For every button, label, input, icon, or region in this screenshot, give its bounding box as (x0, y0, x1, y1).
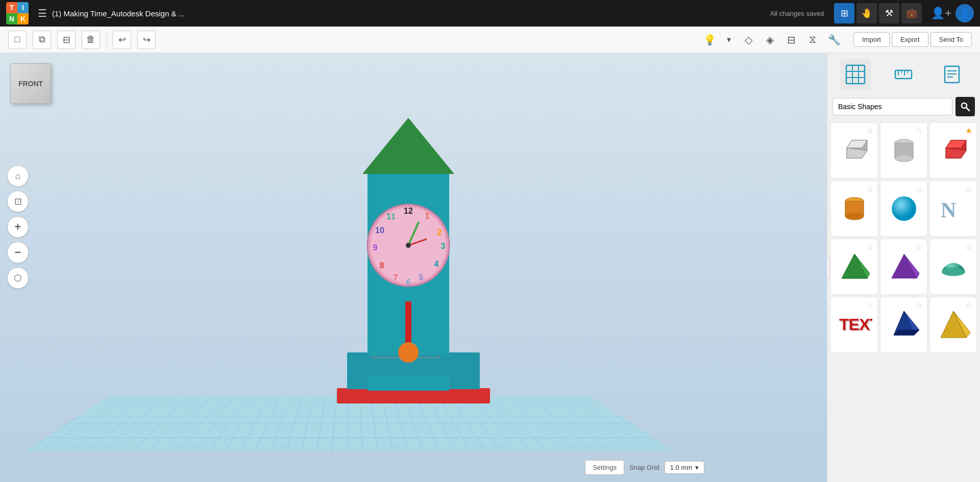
align-button[interactable]: ⊟ (782, 31, 800, 49)
view-cube-container: FRONT (10, 63, 51, 104)
svg-text:9: 9 (373, 243, 378, 252)
briefcase-button[interactable]: 💼 (901, 3, 922, 23)
toolbar-separator (106, 33, 107, 47)
star-icon-cylinder[interactable]: ☆ (916, 126, 923, 136)
notes-tab-button[interactable] (937, 59, 967, 90)
send-to-button[interactable]: Send To (930, 32, 972, 47)
svg-text:TEXT: TEXT (840, 316, 872, 335)
star-icon-pyramid-purple[interactable]: ☆ (916, 242, 923, 252)
svg-line-41 (966, 108, 969, 111)
svg-text:4: 4 (434, 260, 439, 268)
save-status: All changes saved (770, 10, 824, 17)
shape-cell-prism-blue[interactable]: ☆ (880, 297, 927, 353)
svg-point-22 (406, 243, 411, 248)
import-button[interactable]: Import (853, 32, 890, 47)
topbar-action-icons: ⊞ 🤚 ⚒ 💼 (834, 3, 922, 23)
view-cube[interactable]: FRONT (10, 63, 51, 104)
logo-k: K (17, 13, 29, 24)
3d-viewport: FRONT ⌂ ⊡ + − ⬡ (0, 53, 827, 482)
zoom-in-button[interactable]: + (7, 216, 29, 238)
canvas-area[interactable]: FRONT ⌂ ⊡ + − ⬡ (0, 53, 827, 482)
star-icon-half-sphere[interactable]: ☆ (965, 242, 972, 252)
document-icon: ☰ (38, 7, 47, 19)
tinkercad-logo[interactable]: T I N K (6, 2, 29, 24)
light-button[interactable]: 💡 (700, 31, 719, 49)
star-icon-pyramid-green[interactable]: ☆ (866, 242, 873, 252)
shape-cell-box-red[interactable]: ★ (929, 122, 977, 179)
grid-view-button[interactable]: ⊞ (834, 3, 854, 23)
svg-text:8: 8 (380, 261, 384, 270)
main-area: FRONT ⌂ ⊡ + − ⬡ (0, 53, 980, 482)
shape-search-row: Basic Shapes (827, 94, 980, 119)
user-avatar[interactable]: 👤 (955, 4, 974, 22)
home-view-button[interactable]: ⌂ (7, 165, 29, 187)
logo-t: T (6, 2, 17, 13)
fit-view-button[interactable]: ⊡ (7, 191, 29, 212)
snap-dropdown-arrow: ▾ (695, 464, 699, 471)
shape-cell-sphere[interactable]: ☆ (880, 181, 927, 237)
editing-toolbar: □ ⧉ ⊟ 🗑 ↩ ↪ 💡 ▾ ◇ ◈ ⊟ ⧖ 🔧 Import Export … (0, 27, 980, 53)
star-icon-text-red[interactable]: ☆ (866, 300, 873, 310)
search-button[interactable] (955, 97, 975, 116)
import-export-area: Import Export Send To (853, 32, 972, 47)
export-button[interactable]: Export (892, 32, 928, 47)
star-icon-pyramid-yellow[interactable]: ☆ (965, 300, 972, 310)
mirror-button[interactable]: ⊟ (57, 31, 76, 49)
shape-cell-pyramid-yellow[interactable]: ☆ (929, 297, 977, 353)
duplicate-button[interactable]: ⧉ (33, 31, 51, 49)
light-dropdown[interactable]: ▾ (722, 31, 736, 49)
svg-point-55 (845, 213, 864, 220)
snap-grid-label: Snap Grid (629, 464, 659, 471)
shape-cell-box[interactable]: ☆ (830, 122, 878, 179)
shape-cell-cylinder[interactable]: ☆ (880, 122, 927, 179)
hand-tool-button[interactable]: 🤚 (856, 3, 877, 23)
shape-cell-half-sphere[interactable]: ☆ (929, 239, 977, 295)
shape-category-select[interactable]: Basic Shapes (832, 98, 952, 115)
svg-text:10: 10 (375, 226, 384, 235)
logo-n: N (6, 13, 17, 24)
svg-rect-23 (405, 301, 411, 342)
svg-rect-26 (846, 65, 865, 84)
user-area: 👤+ 👤 (931, 4, 974, 22)
shape-cell-cylinder-orange[interactable]: ☆ (830, 181, 878, 237)
navigation-buttons: ⌂ ⊡ + − ⬡ (7, 114, 29, 289)
add-user-button[interactable]: 👤+ (931, 7, 951, 20)
star-icon-text3d[interactable]: ☆ (965, 184, 972, 194)
undo-button[interactable]: ↩ (113, 31, 131, 49)
svg-rect-25 (368, 375, 449, 391)
svg-text:2: 2 (437, 228, 442, 237)
mirror-h-button[interactable]: ⧖ (803, 31, 822, 49)
shape-cell-text-red[interactable]: ☆ TEXT TEXT (830, 297, 878, 353)
svg-text:6: 6 (406, 278, 411, 287)
svg-point-64 (942, 268, 965, 276)
shape-cell-pyramid-purple[interactable]: ☆ (880, 239, 927, 295)
svg-text:11: 11 (386, 212, 396, 221)
star-icon-prism-blue[interactable]: ☆ (916, 300, 923, 310)
collapse-panel-button[interactable]: ❯ (827, 258, 829, 278)
zoom-out-button[interactable]: − (7, 242, 29, 263)
new-shape-button[interactable]: □ (8, 31, 27, 49)
measure-button[interactable]: 🔧 (825, 31, 843, 49)
shapes-tab-button[interactable] (840, 59, 871, 90)
snap-grid-value[interactable]: 1.0 mm ▾ (665, 461, 704, 474)
star-icon-cylinder-orange[interactable]: ☆ (866, 184, 873, 194)
settings-button[interactable]: Settings (585, 460, 624, 475)
delete-button[interactable]: 🗑 (82, 31, 100, 49)
svg-text:5: 5 (419, 273, 424, 282)
svg-text:3: 3 (441, 242, 446, 250)
redo-button[interactable]: ↪ (137, 31, 156, 49)
svg-text:12: 12 (404, 207, 413, 215)
hollow-tool-button[interactable]: ◈ (761, 31, 779, 49)
perspective-button[interactable]: ⬡ (7, 267, 29, 289)
star-icon-box-red[interactable]: ★ (965, 126, 972, 136)
svg-point-24 (398, 342, 419, 363)
pickaxe-button[interactable]: ⚒ (879, 3, 899, 23)
star-icon-sphere[interactable]: ☆ (916, 184, 923, 194)
star-icon-box[interactable]: ☆ (866, 126, 873, 136)
shapes-grid: ☆ ☆ ★ (827, 119, 980, 482)
ruler-tab-button[interactable] (888, 59, 919, 90)
shape-cell-pyramid-green[interactable]: ☆ (830, 239, 878, 295)
document-title: (1) Making Time_Autodesk Design & ... (52, 9, 185, 18)
shape-cell-text3d[interactable]: ☆ N (929, 181, 977, 237)
shape-tool-button[interactable]: ◇ (739, 31, 757, 49)
